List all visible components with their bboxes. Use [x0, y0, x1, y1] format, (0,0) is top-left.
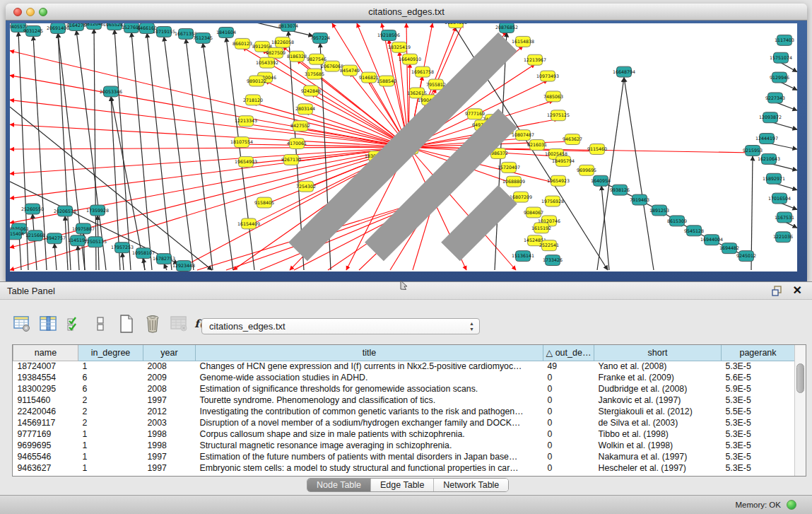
- table-header-row[interactable]: namein_degreeyeartitle△ out_de…shortpage…: [13, 345, 795, 361]
- table-cell[interactable]: 18724007: [13, 361, 78, 372]
- table-row[interactable]: 2242004622012Investigating the contribut…: [13, 406, 795, 417]
- table-scrollbar-thumb[interactable]: [796, 363, 804, 393]
- table-row[interactable]: 946362711997Embryonic stem cells: a mode…: [13, 462, 795, 474]
- column-header-pagerank[interactable]: pagerank: [722, 345, 795, 361]
- table-cell[interactable]: 1: [78, 462, 143, 474]
- table-cell[interactable]: Tourette syndrome. Phenomenology and cla…: [196, 395, 543, 406]
- table-cell[interactable]: 5.9E-5: [722, 383, 795, 395]
- float-panel-icon[interactable]: [772, 286, 782, 296]
- table-cell[interactable]: 6: [78, 383, 143, 395]
- table-row[interactable]: 1938455462009Genome-wide association stu…: [13, 372, 795, 383]
- window-titlebar[interactable]: citations_edges.txt: [6, 4, 807, 21]
- table-row[interactable]: 1456911722003Disruption of a novel membe…: [13, 417, 795, 428]
- table-row[interactable]: 1830029562008Estimation of significance …: [13, 383, 795, 395]
- table-cell[interactable]: 1: [78, 361, 143, 372]
- table-cell[interactable]: 9777169: [13, 428, 78, 440]
- table-cell[interactable]: 0: [543, 440, 594, 451]
- tab-node-table[interactable]: Node Table: [307, 479, 371, 491]
- table-row[interactable]: 1872400712008Changes of HCN gene express…: [13, 361, 795, 372]
- table-cell[interactable]: 1: [78, 451, 143, 462]
- network-canvas[interactable]: 2405572903124520691406616427688120461065…: [10, 23, 797, 271]
- table-cell[interactable]: 0: [543, 451, 594, 462]
- table-cell[interactable]: 0: [543, 462, 594, 474]
- table-cell[interactable]: 9465546: [13, 451, 78, 462]
- delete-table-icon[interactable]: [170, 315, 188, 333]
- table-cell[interactable]: Dudbridge et al. (2008): [594, 383, 722, 395]
- column-header-year[interactable]: year: [143, 345, 196, 361]
- table-cell[interactable]: 0: [543, 372, 594, 383]
- column-header-name[interactable]: name: [13, 345, 78, 361]
- table-cell[interactable]: Structural magnetic resonance image aver…: [196, 440, 543, 451]
- column-header-title[interactable]: title: [196, 345, 543, 361]
- tab-network-table[interactable]: Network Table: [434, 479, 508, 491]
- table-cell[interactable]: Investigating the contribution of common…: [196, 406, 543, 417]
- tab-edge-table[interactable]: Edge Table: [371, 479, 434, 491]
- close-panel-icon[interactable]: ✕: [793, 284, 802, 297]
- table-cell[interactable]: Changes of HCN gene expression and I(f) …: [196, 361, 543, 372]
- table-cell[interactable]: 2: [78, 417, 143, 428]
- table-scrollbar[interactable]: [794, 345, 806, 476]
- stacked-cells-icon[interactable]: [91, 315, 110, 333]
- table-cell[interactable]: Wolkin et al. (1998): [594, 440, 722, 451]
- table-cell[interactable]: 5.3E-5: [722, 361, 795, 372]
- table-column-icon[interactable]: [39, 315, 57, 333]
- table-cell[interactable]: 5.3E-5: [722, 462, 795, 474]
- table-cell[interactable]: 5.3E-5: [722, 451, 795, 462]
- table-row[interactable]: 946554611997Estimation of the future num…: [13, 451, 795, 462]
- table-row[interactable]: 911546021997Tourette syndrome. Phenomeno…: [13, 395, 795, 406]
- table-cell[interactable]: Yano et al. (2008): [594, 361, 722, 372]
- table-cell[interactable]: 6: [78, 372, 143, 383]
- table-cell[interactable]: Tibbo et al. (1998): [594, 428, 722, 440]
- table-cell[interactable]: Hescheler et al. (1997): [594, 462, 722, 474]
- table-cell[interactable]: Nakamura et al. (1997): [594, 451, 722, 462]
- table-cell[interactable]: 2003: [143, 417, 196, 428]
- table-cell[interactable]: 2: [78, 395, 143, 406]
- table-cell[interactable]: 5.5E-5: [722, 406, 795, 417]
- table-cell[interactable]: 1: [78, 428, 143, 440]
- table-cell[interactable]: 1998: [143, 428, 196, 440]
- table-cell[interactable]: 0: [543, 406, 594, 417]
- table-cell[interactable]: 5.3E-5: [722, 428, 795, 440]
- table-cell[interactable]: 5.3E-5: [722, 440, 795, 451]
- table-cell[interactable]: 1998: [143, 440, 196, 451]
- table-cell[interactable]: 5.3E-5: [722, 395, 795, 406]
- column-header-short[interactable]: short: [594, 345, 722, 361]
- table-cell[interactable]: 18300295: [13, 383, 78, 395]
- table-cell[interactable]: 2008: [143, 383, 196, 395]
- table-cell[interactable]: 0: [543, 395, 594, 406]
- table-cell[interactable]: Estimation of significance thresholds fo…: [196, 383, 543, 395]
- table-cell[interactable]: 1997: [143, 462, 196, 474]
- column-header-out_de[interactable]: △ out_de…: [543, 345, 594, 361]
- table-cell[interactable]: 19384554: [13, 372, 78, 383]
- select-columns-icon[interactable]: [65, 315, 83, 333]
- resize-grip-icon[interactable]: [9, 23, 796, 271]
- delete-column-icon[interactable]: [143, 315, 162, 333]
- table-cell[interactable]: de Silva et al. (2003): [594, 417, 722, 428]
- table-cell[interactable]: 22420046: [13, 406, 78, 417]
- table-cell[interactable]: 1997: [143, 451, 196, 462]
- table-cell[interactable]: 9115460: [13, 395, 78, 406]
- table-selector-dropdown[interactable]: citations_edges.txt ▲▼: [201, 318, 480, 334]
- table-cell[interactable]: 0: [543, 383, 594, 395]
- table-cell[interactable]: 9699695: [13, 440, 78, 451]
- table-cell[interactable]: 0: [543, 428, 594, 440]
- table-cell[interactable]: Corpus callosum shape and size in male p…: [196, 428, 543, 440]
- table-cell[interactable]: 2008: [143, 361, 196, 372]
- table-settings-icon[interactable]: [13, 315, 31, 333]
- table-cell[interactable]: Estimation of the future numbers of pati…: [196, 451, 543, 462]
- table-cell[interactable]: Embryonic stem cells: a model to study s…: [196, 462, 543, 474]
- table-cell[interactable]: 1997: [143, 395, 196, 406]
- table-row[interactable]: 969969511998Structural magnetic resonanc…: [13, 440, 795, 451]
- table-cell[interactable]: Stergiakouli et al. (2012): [594, 406, 722, 417]
- table-cell[interactable]: 2: [78, 406, 143, 417]
- table-cell[interactable]: Genome-wide association studies in ADHD.: [196, 372, 543, 383]
- table-cell[interactable]: Jankovic et al. (1997): [594, 395, 722, 406]
- table-cell[interactable]: Disruption of a novel member of a sodium…: [196, 417, 543, 428]
- table-cell[interactable]: 1: [78, 440, 143, 451]
- table-cell[interactable]: 2009: [143, 372, 196, 383]
- table-cell[interactable]: 2012: [143, 406, 196, 417]
- table-cell[interactable]: Franke et al. (2009): [594, 372, 722, 383]
- new-column-icon[interactable]: [117, 315, 136, 333]
- table-cell[interactable]: 5.6E-5: [722, 372, 795, 383]
- column-header-in_degree[interactable]: in_degree: [78, 345, 143, 361]
